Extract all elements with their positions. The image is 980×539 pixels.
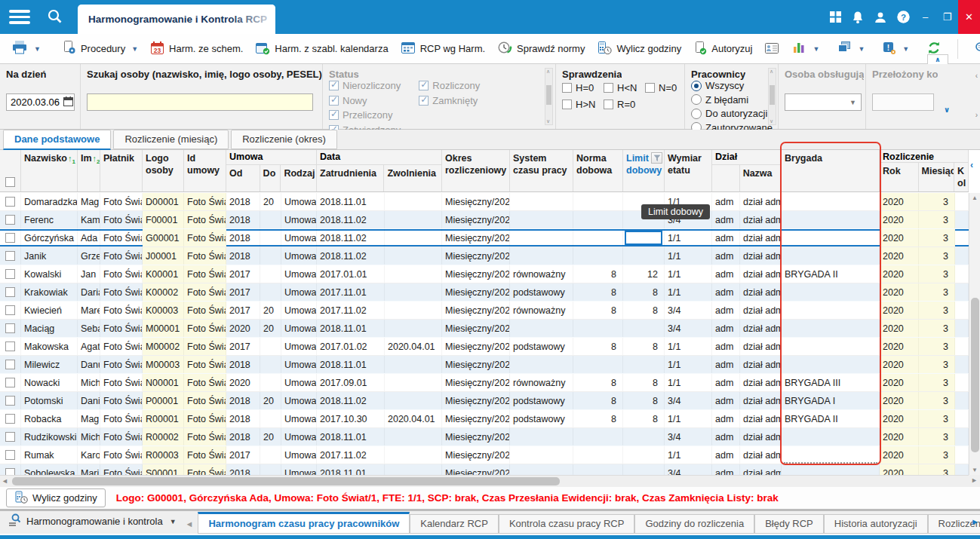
bottom-tab-Godziny do rozliczenia[interactable]: Godziny do rozliczenia: [634, 514, 754, 534]
scroll-left-icon[interactable]: ‹: [975, 72, 978, 80]
column-header-rok[interactable]: Rok: [880, 163, 919, 192]
row-checkbox[interactable]: [5, 341, 15, 351]
row-checkbox[interactable]: [5, 305, 15, 315]
search-records-button[interactable]: [969, 38, 980, 60]
column-header-system[interactable]: System czasu pracy: [510, 150, 573, 191]
checkbox-H=0[interactable]: H=0: [562, 82, 604, 93]
vertical-scroll-thumb[interactable]: [971, 298, 979, 452]
column-header-rodzaj[interactable]: Rodzaj: [281, 165, 316, 191]
harm-ze-schem-button[interactable]: 23 Harm. ze schem.: [145, 38, 248, 60]
user-icon[interactable]: [874, 11, 887, 24]
column-header-miesiac[interactable]: Miesiąc: [919, 163, 955, 192]
przelozony-input[interactable]: [872, 93, 934, 111]
row-checkbox[interactable]: [5, 450, 15, 460]
filter-icon[interactable]: [651, 152, 662, 164]
table-row[interactable]: MakowskaAgatFoto ŚwiatM00002Foto Świat/1…: [0, 338, 969, 356]
table-row[interactable]: JanikGrzeFoto ŚwiatJ00001Foto Świat/1201…: [0, 247, 969, 265]
row-checkbox[interactable]: [5, 251, 15, 261]
scroll-down-icon[interactable]: ▼: [969, 467, 980, 473]
row-checkbox[interactable]: [5, 378, 15, 387]
row-checkbox[interactable]: [5, 197, 15, 207]
view-tab-Rozliczenie (miesiąc)[interactable]: Rozliczenie (miesiąc): [113, 130, 229, 149]
column-header-dzial_nazwa[interactable]: Nazwa: [740, 165, 781, 191]
column-header-wymiar[interactable]: Wymiar etatu: [665, 150, 712, 191]
radio-Wszyscy[interactable]: Wszyscy: [691, 80, 773, 91]
scroll-right-icon[interactable]: ›: [975, 111, 978, 119]
autoryzuj-button[interactable]: Autoryzuj: [688, 38, 757, 60]
windows-layout-button[interactable]: ▼: [831, 38, 870, 60]
table-row[interactable]: PotomskiDaniFoto ŚwiatP00001Foto Świat/1…: [0, 392, 969, 410]
row-checkbox[interactable]: [5, 233, 15, 243]
checkbox-icon[interactable]: [604, 100, 613, 109]
bottom-tab-Kalendarz RCP[interactable]: Kalendarz RCP: [410, 514, 499, 534]
row-checkbox[interactable]: [5, 396, 15, 406]
toolbar-collapse-button[interactable]: ∧: [927, 54, 948, 64]
wylicz-godziny-button[interactable]: Wylicz godziny: [591, 38, 687, 60]
scroll-up-icon[interactable]: ▲: [969, 194, 980, 201]
search-person-input[interactable]: [87, 93, 313, 111]
print-button[interactable]: ▼: [6, 37, 46, 60]
column-header-do[interactable]: Do: [260, 165, 281, 191]
checkbox-icon[interactable]: [604, 83, 613, 93]
tabs-scroll-right-icon[interactable]: ►: [971, 517, 979, 526]
horizontal-scroll-thumb[interactable]: [12, 477, 560, 485]
hamburger-menu-icon[interactable]: [9, 10, 30, 24]
checkbox-H<N[interactable]: H<N: [604, 82, 645, 93]
column-header-brygada[interactable]: Brygada: [782, 150, 880, 191]
checkbox-icon[interactable]: [562, 83, 572, 93]
view-tab-Dane podstawowe[interactable]: Dane podstawowe: [3, 130, 111, 150]
status-scrollbar[interactable]: [545, 68, 553, 125]
row-checkbox[interactable]: [5, 360, 15, 369]
table-row[interactable]: SobolewskaMariFoto ŚwiatS00001Foto Świat…: [0, 464, 969, 475]
chart-view-button[interactable]: ▼: [786, 38, 825, 60]
radio-icon[interactable]: [691, 109, 702, 119]
procedury-button[interactable]: Procedury ▼: [57, 37, 143, 60]
id-card-button[interactable]: [759, 38, 785, 60]
tabs-scroll-left-icon[interactable]: ◄: [184, 519, 198, 534]
column-header-logo[interactable]: Logo osoby: [143, 150, 184, 191]
harm-z-szabl-button[interactable]: Harm. z szabl. kalendarza: [250, 38, 393, 60]
row-checkbox[interactable]: [5, 468, 15, 475]
row-checkbox[interactable]: [5, 323, 15, 333]
column-header-od[interactable]: Od: [226, 165, 260, 191]
bottom-tab-Historia autoryzacji[interactable]: Historia autoryzacji: [824, 514, 928, 534]
date-input[interactable]: 2020.03.06: [6, 93, 75, 111]
bottom-tab-Kontrola czasu pracy RCP[interactable]: Kontrola czasu pracy RCP: [499, 514, 634, 534]
column-header-dzial_kod[interactable]: [712, 165, 740, 191]
column-header-zatrudnienia[interactable]: Zatrudnienia: [317, 165, 384, 191]
minimize-button[interactable]: –: [914, 0, 936, 34]
radio-Do autoryzacji[interactable]: Do autoryzacji: [691, 108, 773, 119]
table-row[interactable]: KowalskiJanFoto ŚwiatK00001Foto Świat/12…: [0, 265, 969, 283]
wylicz-godziny-footer-button[interactable]: Wylicz godziny: [6, 488, 106, 507]
table-row[interactable]: DomaradzkaMagFoto ŚwiatD00001Foto Świat/…: [0, 193, 969, 211]
scroll-right-icon[interactable]: ►: [969, 475, 980, 487]
table-row[interactable]: RumakKaroFoto ŚwiatR00003Foto Świat/1201…: [0, 446, 969, 464]
column-header-idumowy[interactable]: Id umowy: [184, 150, 226, 191]
notifications-bell-icon[interactable]: [851, 11, 865, 24]
table-row[interactable]: MilewiczDanuFoto ŚwiatM00003Foto Świat/1…: [0, 356, 969, 374]
column-header-nazwisko[interactable]: Nazwisko↑1: [21, 150, 78, 191]
checkbox-N=0[interactable]: N=0: [645, 82, 687, 93]
limit-dobowy-edit-cell[interactable]: [625, 231, 662, 245]
close-button[interactable]: ✕: [958, 0, 980, 34]
column-header-zwolnienia[interactable]: Zwolnienia: [384, 165, 441, 191]
column-header-norma[interactable]: Norma dobowa: [573, 150, 623, 191]
bottom-tab-Błędy RCP[interactable]: Błędy RCP: [754, 514, 824, 534]
table-row[interactable]: KwiecieńMareFoto ŚwiatK00003Foto Świat/1…: [0, 302, 969, 320]
table-row[interactable]: RobackaMagFoto ŚwiatR00001Foto Świat/120…: [0, 410, 969, 428]
column-header-platnik[interactable]: Płatnik: [100, 150, 143, 191]
column-header-limit[interactable]: Limit dobowy: [623, 150, 665, 191]
apps-grid-icon[interactable]: [829, 11, 842, 23]
checkbox-R=0[interactable]: R=0: [604, 99, 645, 110]
module-selector[interactable]: Harmonogramowanie i kontrola ▼: [0, 513, 184, 534]
scroll-left-icon[interactable]: ◄: [2, 477, 8, 485]
column-header-imie[interactable]: Im↑2: [78, 150, 100, 191]
table-row[interactable]: MaciągSebaFoto ŚwiatM00001Foto Świat/120…: [0, 320, 969, 338]
pracownicy-scrollbar[interactable]: [768, 68, 776, 125]
checkbox-icon[interactable]: [562, 100, 572, 109]
column-header-kol[interactable]: K ol: [954, 163, 968, 192]
table-row[interactable]: RudzikowskiMichFoto ŚwiatR00002Foto Świa…: [0, 428, 969, 446]
column-header-okres[interactable]: Okres rozliczeniowy: [442, 150, 510, 191]
checkbox-H>N[interactable]: H>N: [562, 99, 604, 110]
row-checkbox[interactable]: [5, 414, 15, 424]
